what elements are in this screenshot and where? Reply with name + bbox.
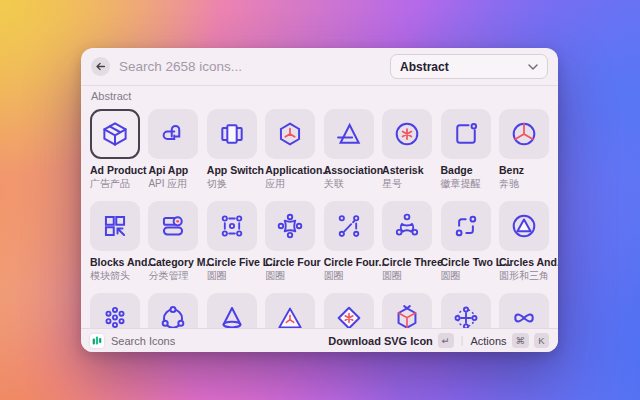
icon-name: Badge: [441, 164, 499, 176]
icon-subtitle: 圆形和三角: [499, 270, 549, 281]
cmd-key-badge: ⌘: [512, 333, 530, 348]
icon-cell-infinity[interactable]: [499, 293, 549, 328]
circle-two-line-icon: [441, 201, 491, 251]
icon-name: Circle Five L...: [207, 256, 265, 268]
infinity-icon: [499, 293, 549, 328]
icon-cell-association[interactable]: Association关联: [324, 109, 374, 189]
icon-cell-dots-cluster[interactable]: [90, 293, 140, 328]
category-dropdown[interactable]: Abstract: [390, 54, 548, 79]
icon-grid: Ad Product广告产品Api AppAPI 应用App Switch切换A…: [90, 109, 549, 328]
category-management-icon: [148, 201, 198, 251]
footer-divider: |: [461, 335, 464, 346]
chevron-down-icon: [528, 64, 538, 70]
icon-name: Circle Four...: [324, 256, 382, 268]
app-switch-icon: [207, 109, 257, 159]
icon-cell-asterisk[interactable]: Asterisk星号: [382, 109, 432, 189]
app-name: Search Icons: [111, 335, 175, 347]
icon-name: Api App: [148, 164, 206, 176]
section-label: Abstract: [91, 90, 549, 103]
icon-subtitle: 应用: [265, 178, 315, 189]
icon-name: Application...: [265, 164, 323, 176]
icon-name: Ad Product: [90, 164, 148, 176]
icon-cell-circle-two-line[interactable]: Circle Two L...圆圈: [441, 201, 491, 281]
cube-icon: [382, 293, 432, 328]
icon-subtitle: 切换: [207, 178, 257, 189]
cross-circles-icon: [441, 293, 491, 328]
icon-subtitle: API 应用: [148, 178, 198, 189]
association-icon: [324, 109, 374, 159]
icon-cell-circle-three[interactable]: Circle Three圆圈: [382, 201, 432, 281]
icon-name: Circles And...: [499, 256, 557, 268]
icon-name: Benz: [499, 164, 557, 176]
application-icon: [265, 109, 315, 159]
icon-cell-benz[interactable]: Benz奔驰: [499, 109, 549, 189]
circle-three-icon: [382, 201, 432, 251]
icon-name: Asterisk: [382, 164, 440, 176]
window-header: Search 2658 icons... Abstract: [81, 48, 558, 86]
icon-cell-circle-nodes[interactable]: [148, 293, 198, 328]
actions-button[interactable]: Actions: [470, 335, 506, 347]
icon-cell-circle-four-line[interactable]: Circle Four...圆圈: [324, 201, 374, 281]
circle-nodes-icon: [148, 293, 198, 328]
benz-icon: [499, 109, 549, 159]
icon-name: Circle Three: [382, 256, 440, 268]
category-dropdown-value: Abstract: [400, 60, 449, 74]
icon-cell-circle-five-line[interactable]: Circle Five L...圆圈: [207, 201, 257, 281]
icon-subtitle: 分类管理: [148, 270, 198, 281]
circle-four-line-icon: [324, 201, 374, 251]
icon-subtitle: 圆圈: [207, 270, 257, 281]
window-footer: Search Icons Download SVG Icon ↵ | Actio…: [81, 328, 558, 352]
icon-cell-app-switch[interactable]: App Switch切换: [207, 109, 257, 189]
icon-subtitle: 广告产品: [90, 178, 140, 189]
cone-icon: [207, 293, 257, 328]
icon-cell-application[interactable]: Application...应用: [265, 109, 315, 189]
blocks-and-arrows-icon: [90, 201, 140, 251]
icon-cell-cross-circles[interactable]: [441, 293, 491, 328]
icon-subtitle: 圆圈: [324, 270, 374, 281]
icon-subtitle: 徽章提醒: [441, 178, 491, 189]
enter-key-badge: ↵: [438, 333, 454, 348]
arrow-left-icon: [95, 61, 106, 72]
icon-cell-blocks-and-arrows[interactable]: Blocks And...模块箭头: [90, 201, 140, 281]
icon-subtitle: 圆圈: [265, 270, 315, 281]
icon-cell-ad-product[interactable]: Ad Product广告产品: [90, 109, 140, 189]
icon-name: Blocks And...: [90, 256, 148, 268]
icon-name: Circle Two L...: [441, 256, 499, 268]
k-key-badge: K: [534, 333, 549, 348]
icon-subtitle: 星号: [382, 178, 432, 189]
icon-cell-diamond-asterisk[interactable]: [324, 293, 374, 328]
circle-four-icon: [265, 201, 315, 251]
icon-name: Circle Four: [265, 256, 323, 268]
icon-cell-category-management[interactable]: Category M...分类管理: [148, 201, 198, 281]
icon-cell-cone[interactable]: [207, 293, 257, 328]
icon-search-window: Search 2658 icons... Abstract Abstract A…: [81, 48, 558, 352]
diamond-asterisk-icon: [324, 293, 374, 328]
results-area: Abstract Ad Product广告产品Api AppAPI 应用App …: [81, 86, 558, 328]
icon-cell-cube[interactable]: [382, 293, 432, 328]
icon-subtitle: 奔驰: [499, 178, 549, 189]
icon-subtitle: 模块箭头: [90, 270, 140, 281]
iconpark-logo: [90, 334, 104, 348]
icon-subtitle: 圆圈: [382, 270, 432, 281]
dots-cluster-icon: [90, 293, 140, 328]
icon-cell-badge[interactable]: Badge徽章提醒: [441, 109, 491, 189]
asterisk-icon: [382, 109, 432, 159]
search-input[interactable]: Search 2658 icons...: [119, 59, 242, 74]
icon-name: Category M...: [148, 256, 206, 268]
icon-cell-api-app[interactable]: Api AppAPI 应用: [148, 109, 198, 189]
back-button[interactable]: [91, 57, 110, 76]
icon-name: Association: [324, 164, 382, 176]
triangle-y-icon: [265, 293, 315, 328]
ad-product-icon: [90, 109, 140, 159]
icon-cell-circle-four[interactable]: Circle Four圆圈: [265, 201, 315, 281]
circles-and-triangles-icon: [499, 201, 549, 251]
badge-icon: [441, 109, 491, 159]
icon-subtitle: 关联: [324, 178, 374, 189]
icon-name: App Switch: [207, 164, 265, 176]
api-app-icon: [148, 109, 198, 159]
icon-subtitle: 圆圈: [441, 270, 491, 281]
icon-cell-triangle-y[interactable]: [265, 293, 315, 328]
icon-cell-circles-and-triangles[interactable]: Circles And...圆形和三角: [499, 201, 549, 281]
download-svg-button[interactable]: Download SVG Icon: [328, 335, 433, 347]
circle-five-line-icon: [207, 201, 257, 251]
